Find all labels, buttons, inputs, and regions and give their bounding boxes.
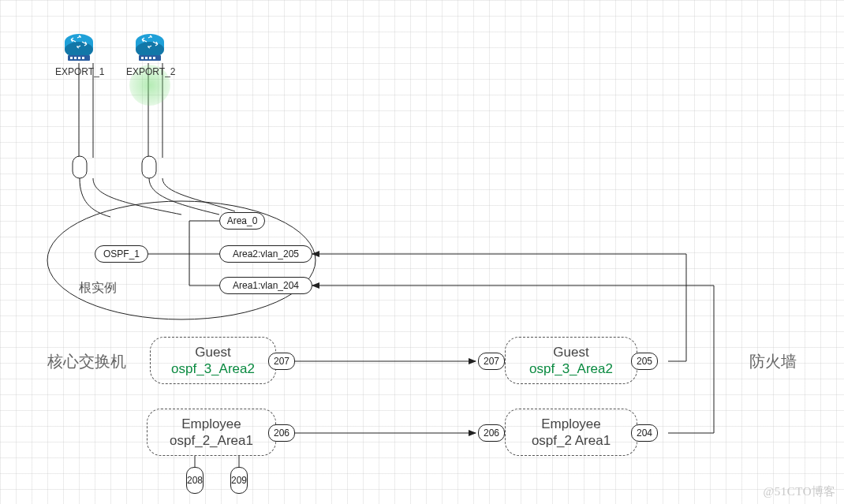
watermark-text: @51CTO博客 bbox=[763, 484, 836, 499]
firewall-label: 防火墙 bbox=[749, 351, 797, 372]
emp-left-box: Employee ospf_2_Area1 bbox=[147, 409, 276, 456]
router-icon-export2 bbox=[134, 32, 166, 63]
svg-point-26 bbox=[136, 42, 164, 58]
emp-left-port-206: 206 bbox=[268, 424, 295, 442]
router-label-export1: EXPORT_1 bbox=[55, 66, 103, 77]
area1-node: Area1:vlan_204 bbox=[219, 277, 312, 294]
guest-right-sub: ospf_3_Area2 bbox=[506, 360, 637, 377]
svg-point-18 bbox=[65, 42, 93, 58]
emp-right-port-204: 204 bbox=[631, 424, 658, 442]
svg-rect-17 bbox=[65, 42, 93, 50]
emp-right-box: Employee ospf_2 Area1 bbox=[505, 409, 637, 456]
router-label-export2: EXPORT_2 bbox=[126, 66, 174, 77]
guest-right-port-207: 207 bbox=[478, 353, 505, 370]
svg-rect-20 bbox=[70, 57, 73, 59]
svg-rect-19 bbox=[68, 55, 90, 61]
svg-rect-22 bbox=[78, 57, 80, 59]
emp-left-port-208: 208 bbox=[186, 467, 204, 494]
svg-rect-29 bbox=[145, 57, 148, 59]
emp-left-sub: ospf_2_Area1 bbox=[148, 432, 275, 449]
area2-node: Area2:vlan_205 bbox=[219, 245, 312, 263]
emp-left-title: Employee bbox=[148, 416, 275, 432]
svg-rect-5 bbox=[142, 156, 156, 178]
emp-right-sub: ospf_2 Area1 bbox=[506, 432, 637, 449]
root-instance-label: 根实例 bbox=[79, 280, 117, 297]
svg-rect-31 bbox=[153, 57, 155, 59]
svg-rect-23 bbox=[82, 57, 84, 59]
guest-right-title: Guest bbox=[506, 344, 637, 360]
emp-left-port-209: 209 bbox=[230, 467, 248, 494]
guest-left-title: Guest bbox=[151, 344, 275, 360]
svg-rect-25 bbox=[136, 42, 164, 50]
guest-left-box: Guest ospf_3_Area2 bbox=[150, 337, 276, 384]
svg-rect-28 bbox=[141, 57, 144, 59]
router-icon-export1 bbox=[63, 32, 95, 63]
area0-node: Area_0 bbox=[219, 212, 265, 230]
svg-rect-4 bbox=[73, 156, 87, 178]
ospf1-node: OSPF_1 bbox=[95, 245, 148, 263]
emp-right-port-206: 206 bbox=[478, 424, 505, 442]
emp-right-title: Employee bbox=[506, 416, 637, 432]
guest-left-port-207: 207 bbox=[268, 353, 295, 370]
svg-point-16 bbox=[65, 34, 93, 50]
svg-rect-27 bbox=[139, 55, 161, 61]
guest-left-sub: ospf_3_Area2 bbox=[151, 360, 275, 377]
svg-rect-21 bbox=[74, 57, 77, 59]
guest-right-port-205: 205 bbox=[631, 353, 658, 370]
svg-point-24 bbox=[136, 34, 164, 50]
svg-rect-30 bbox=[149, 57, 151, 59]
core-switch-label: 核心交换机 bbox=[47, 351, 126, 372]
guest-right-box: Guest ospf_3_Area2 bbox=[505, 337, 637, 384]
